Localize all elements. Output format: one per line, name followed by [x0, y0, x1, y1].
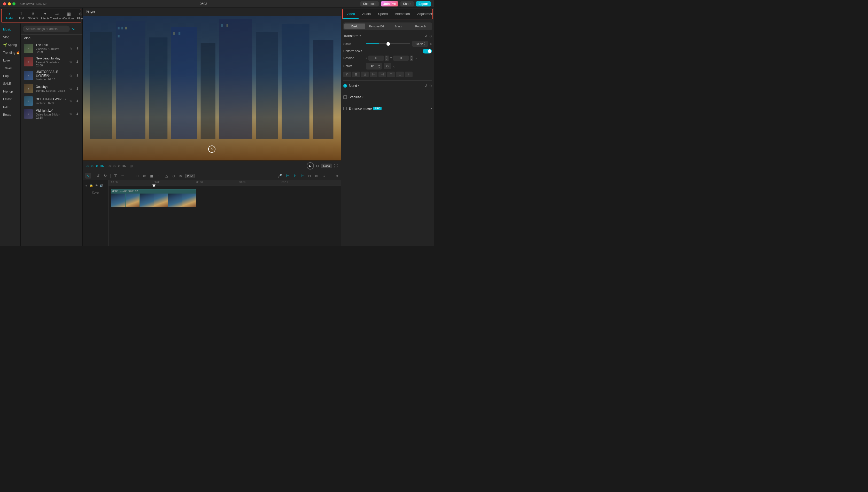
crop-tool[interactable]: ▣ [149, 173, 155, 178]
mic-button[interactable]: 🎤 [276, 173, 283, 178]
transform-keyframe-icon[interactable]: ◇ [429, 34, 432, 38]
transform-chevron[interactable]: ▾ [360, 34, 361, 37]
list-item[interactable]: ♪ UNSTOPPABLE EVENING finetune · 02:13 ☆… [21, 69, 82, 82]
undo-button[interactable]: ↺ [95, 173, 101, 178]
select-tool[interactable]: ↖ [85, 173, 91, 178]
hide-track-icon[interactable]: 👁 [95, 184, 98, 187]
nav-latest[interactable]: Latest [0, 95, 20, 103]
scale-down-button[interactable]: ▼ [424, 44, 426, 46]
scale-up-button[interactable]: ▲ [424, 42, 426, 44]
tab-transitions[interactable]: ⇌ Transitions [51, 10, 62, 21]
lock-track-icon[interactable]: 🔒 [90, 184, 93, 187]
scale-slider[interactable] [366, 43, 410, 44]
all-filter-button[interactable]: All [72, 27, 75, 31]
nav-rb[interactable]: R&B [0, 103, 20, 111]
download-button[interactable]: ⬇ [75, 86, 79, 91]
zoom-out-button[interactable]: ⊖ [321, 173, 327, 178]
tab-effects[interactable]: ✦ Effects [39, 10, 51, 21]
audio-tool-1[interactable]: ⊨ [285, 173, 290, 178]
y-up-button[interactable]: ▲ [410, 55, 413, 58]
subtab-retouch[interactable]: Retouch [410, 24, 431, 29]
nav-love[interactable]: Love [0, 56, 20, 64]
rotate-input[interactable] [367, 64, 378, 68]
close-button[interactable] [3, 2, 6, 5]
tab-video[interactable]: Video [343, 9, 359, 19]
download-button[interactable]: ⬇ [75, 73, 79, 78]
subtab-basic[interactable]: Basic [344, 24, 365, 29]
rotate-up-button[interactable]: ▲ [378, 64, 380, 66]
tab-speed[interactable]: Speed [374, 9, 391, 19]
rotate-keyframe-icon[interactable]: ◇ [393, 65, 395, 68]
list-item[interactable]: ♪ OCEAN AND WAVES finetune · 02:35 ☆ ⬇ [21, 95, 82, 107]
align-center-h-button[interactable]: ⊣ [379, 72, 386, 77]
split-right-tool[interactable]: ⊢ [127, 173, 133, 178]
stabilize-chevron[interactable]: ▾ [362, 96, 363, 98]
search-input[interactable] [23, 26, 70, 32]
audio-tool-4[interactable]: ⊡ [307, 173, 312, 178]
minimize-button[interactable] [8, 2, 11, 5]
nav-sale[interactable]: SALE [0, 80, 20, 88]
favorite-button[interactable]: ☆ [69, 73, 73, 78]
favorite-button[interactable]: ☆ [69, 46, 73, 51]
subtab-mask[interactable]: Mask [388, 24, 409, 29]
position-x-input[interactable] [368, 55, 384, 61]
blend-checkbox[interactable]: ✓ [343, 84, 347, 88]
position-y-input[interactable] [393, 55, 409, 61]
video-preview-area[interactable]: ⟳ [83, 16, 341, 161]
audio-tool-2[interactable]: ⊪ [292, 173, 298, 178]
nav-travel[interactable]: Travel [0, 64, 20, 72]
join-pro-button[interactable]: Join Pro [381, 1, 398, 6]
play-circle-indicator[interactable]: ⟳ [208, 146, 215, 153]
y-down-button[interactable]: ▼ [410, 58, 413, 61]
download-button[interactable]: ⬇ [75, 59, 79, 64]
align-left-button[interactable]: ⊢ [370, 72, 377, 77]
playhead[interactable] [154, 186, 154, 237]
maximize-button[interactable] [12, 2, 16, 5]
align-right-top-button[interactable]: ⊔ [361, 72, 368, 77]
favorite-button[interactable]: ☆ [69, 112, 73, 117]
split-tool[interactable]: ⊤ [112, 173, 118, 178]
tab-animation[interactable]: Animation [391, 9, 414, 19]
filter-icon[interactable]: ☰ [77, 27, 80, 31]
play-button[interactable]: ▶ [307, 162, 314, 170]
nav-pop[interactable]: Pop [0, 72, 20, 80]
align-left-top-button[interactable]: ⊓ [343, 72, 351, 77]
grid-view-icon[interactable]: ⊞ [130, 164, 133, 168]
download-button[interactable]: ⬇ [75, 112, 79, 117]
transform-reset-icon[interactable]: ↺ [425, 34, 427, 38]
mute-track-icon[interactable]: 🔊 [99, 184, 103, 187]
favorite-button[interactable]: ☆ [69, 59, 73, 64]
x-up-button[interactable]: ▲ [385, 55, 388, 58]
favorite-button[interactable]: ☆ [69, 98, 73, 104]
list-item[interactable]: ♪ New beautiful day Aleksei Gorobets · 0… [21, 55, 82, 69]
resize-tool[interactable]: ⊠ [178, 173, 184, 178]
redo-button[interactable]: ↻ [103, 173, 108, 178]
download-button[interactable]: ⬇ [75, 46, 79, 51]
align-right-button[interactable]: ⊤ [387, 72, 395, 77]
blend-keyframe-icon[interactable]: ◇ [429, 84, 432, 88]
subtab-removebg[interactable]: Remove BG [366, 24, 387, 29]
scale-keyframe-icon[interactable]: ◇ [430, 42, 432, 45]
tab-text[interactable]: T Text [16, 10, 27, 21]
delete-tool[interactable]: ⊟ [134, 173, 140, 178]
audio-tool-3[interactable]: ⊩ [299, 173, 305, 178]
reverse-tool[interactable]: ↔ [156, 173, 162, 178]
distribute-v-button[interactable]: ⊦ [405, 72, 413, 77]
camera-icon[interactable]: ⊙ [316, 164, 319, 168]
tab-stickers[interactable]: ☺ Stickers [27, 10, 39, 21]
shield-tool[interactable]: ⊕ [142, 173, 147, 178]
x-down-button[interactable]: ▼ [385, 58, 388, 61]
enhance-chevron[interactable]: ▾ [431, 107, 432, 110]
shortcuts-button[interactable]: Shortcuts [360, 1, 379, 6]
blend-chevron[interactable]: ▾ [358, 84, 359, 87]
align-center-v-button[interactable]: ⊞ [352, 72, 360, 77]
download-button[interactable]: ⬇ [75, 98, 79, 104]
blend-reset-icon[interactable]: ↺ [425, 84, 427, 88]
tab-audio-panel[interactable]: Audio [359, 9, 374, 19]
nav-trending[interactable]: Trending 🔥 [0, 49, 20, 56]
zoom-in-button[interactable]: — [328, 173, 335, 178]
share-button[interactable]: Share [401, 1, 414, 6]
stabilize-checkbox[interactable] [343, 95, 347, 99]
player-menu-icon[interactable]: ⋯ [335, 10, 338, 14]
trim-tool[interactable]: ◇ [171, 173, 176, 178]
